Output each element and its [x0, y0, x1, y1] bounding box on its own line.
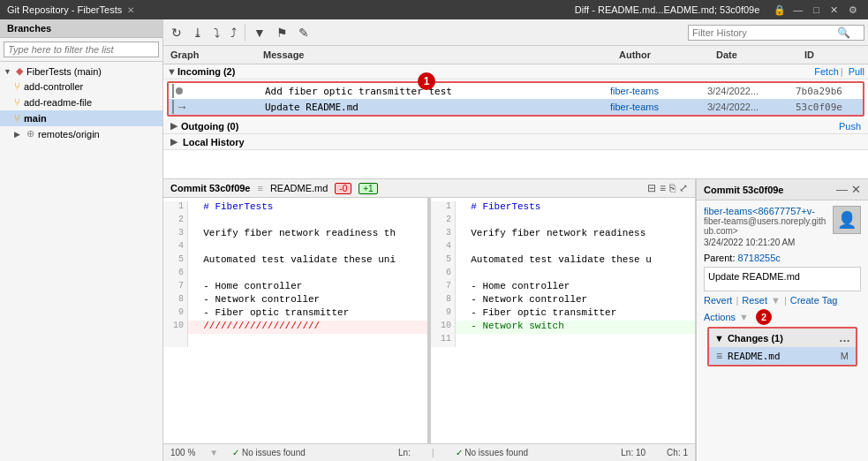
diff-toolbar: ⊟ ≡ ⎘ ⤢ — [647, 182, 688, 194]
commit-author-row: fiber-teams<86677757+v- fiber-teams@user… — [704, 206, 861, 247]
push-link[interactable]: Push — [839, 121, 861, 132]
fetch-link[interactable]: Fetch — [814, 66, 839, 77]
commit-author-name: fiber-teams<86677757+v- — [704, 206, 827, 216]
diff-content: 1 # FiberTests 2 3 Verify fiber network … — [163, 198, 695, 443]
refresh-button[interactable]: ↻ — [167, 23, 186, 42]
copy-button[interactable]: ⎘ — [669, 182, 676, 194]
tag-button[interactable]: ⚑ — [272, 23, 292, 42]
row-author: fiber-teams — [607, 102, 704, 112]
revert-link[interactable]: Revert — [704, 295, 732, 306]
row-date: 3/24/2022... — [704, 102, 792, 112]
diff-line: 1 # FiberTests — [431, 201, 695, 215]
changes-toggle-icon[interactable]: ▼ — [714, 333, 724, 344]
right-panel: ↻ ⤓ ⤵ ⤴ ▼ ⚑ ✎ 🔍 Graph Message Author Dat… — [163, 19, 868, 461]
actions-link[interactable]: Actions — [704, 312, 736, 322]
close-info-button[interactable]: ✕ — [851, 183, 861, 196]
row-message: Update README.md — [261, 102, 607, 113]
settings-icon[interactable]: ⚙ — [845, 4, 861, 16]
diff-header: Commit 53c0f09e ≡ README.md -0 +1 ⊟ ≡ ⎘ … — [163, 179, 695, 198]
changes-filename: README.md — [728, 351, 781, 362]
push-button[interactable]: ⤴ — [226, 23, 241, 42]
expand-diff-button[interactable]: ⤢ — [679, 182, 688, 194]
sidebar-item-add-controller[interactable]: ⑂ add-controller — [0, 79, 162, 94]
unified-button[interactable]: ≡ — [660, 182, 666, 194]
branch-icon: ⑂ — [14, 96, 20, 109]
sidebar: Branches ▼ ◆ FiberTests (main) ⑂ add-con… — [0, 19, 163, 461]
localhistory-section-header: ▶ Local History — [163, 134, 868, 150]
filter-button[interactable]: ▼ — [249, 23, 270, 42]
row-message: Add fiber optic transmitter test — [261, 86, 607, 97]
changes-label: Changes (1) — [728, 333, 839, 344]
row-graph: → — [169, 100, 261, 114]
commit-info-title: Commit 53c0f09e — [704, 185, 784, 195]
row-author: fiber-teams — [607, 86, 704, 96]
row-id: 7b0a29b6 — [792, 86, 863, 97]
row-graph — [169, 84, 261, 98]
diff-line: 9 - Fiber optic transmitter — [163, 307, 427, 321]
sidebar-item-fibertests[interactable]: ▼ ◆ FiberTests (main) — [0, 64, 162, 79]
outgoing-toggle[interactable]: ▶ — [170, 120, 181, 132]
commit-parent: Parent: 8718255c — [704, 253, 861, 263]
no-issues-left: ✓ No issues found — [232, 448, 306, 457]
diff-line: 1 # FiberTests — [163, 201, 427, 215]
restore-button[interactable]: □ — [810, 4, 823, 15]
changes-header: ▼ Changes (1) … — [709, 329, 856, 347]
create-tag-button[interactable]: Create Tag — [790, 295, 838, 306]
fetch-button[interactable]: ⤓ — [188, 23, 208, 42]
branch-filter-input[interactable] — [4, 42, 159, 57]
ln-num: Ln: 10 — [621, 448, 645, 457]
close-tab-icon[interactable]: ✕ — [127, 5, 134, 15]
minimize-info-button[interactable]: — — [836, 183, 848, 196]
edit-button[interactable]: ✎ — [294, 23, 313, 42]
avatar-icon: 👤 — [837, 210, 857, 230]
commit-label-diff: Commit 53c0f09e — [170, 183, 251, 193]
diff-line: 9 - Fiber optic transmitter — [431, 307, 695, 321]
commit-info-panel: Commit 53c0f09e — ✕ fiber-teams<86677757… — [696, 179, 868, 461]
status-bar: 100 % ▼ ✓ No issues found Ln: | ✓ No iss… — [163, 443, 695, 461]
actions-dropdown-icon[interactable]: ▼ — [739, 312, 749, 322]
expand-icon: ▶ — [14, 130, 23, 139]
parent-hash-link[interactable]: 8718255c — [738, 253, 781, 263]
pull-link[interactable]: Pull — [849, 66, 864, 77]
sidebar-item-remotes[interactable]: ▶ ⊕ remotes/origin — [0, 126, 162, 141]
history-row[interactable]: Add fiber optic transmitter test fiber-t… — [169, 83, 863, 99]
close-button[interactable]: ✕ — [826, 4, 842, 16]
title-bar: Git Repository - FiberTests ✕ Diff - REA… — [0, 0, 868, 19]
sidebar-item-add-readme[interactable]: ⑂ add-readme-file — [0, 94, 162, 110]
reset-link[interactable]: Reset — [742, 295, 767, 306]
actions-row: Actions ▼ 2 — [704, 309, 861, 325]
status-ok-icon: ✓ — [232, 448, 239, 457]
search-icon[interactable]: 🔍 — [837, 26, 850, 39]
diff-line-added: 10 - Network switch — [431, 321, 695, 334]
incoming-toggle[interactable]: ▼ — [167, 66, 177, 77]
incoming-label: Incoming (2) — [177, 66, 811, 77]
sidebar-item-main[interactable]: ⑂ main — [0, 110, 162, 126]
changes-menu-icon[interactable]: … — [839, 331, 850, 344]
diff-line: 8 - Network controller — [431, 294, 695, 307]
diff-badge-red: -0 — [335, 183, 351, 194]
pull-button[interactable]: ⤵ — [209, 23, 224, 42]
history-row[interactable]: → Update README.md fiber-teams 3/24/2022… — [169, 99, 863, 115]
column-headers: Graph Message Author Date ID — [163, 46, 868, 64]
toolbar: ↻ ⤓ ⤵ ⤴ ▼ ⚑ ✎ 🔍 — [163, 19, 868, 46]
diff-line: 5 Automated test validate these u — [431, 254, 695, 268]
incoming-section-header: ▼ Incoming (2) Fetch | Pull — [163, 64, 868, 79]
diff-line: 3 Verify fiber network readiness th — [163, 228, 427, 241]
commit-info-header: Commit 53c0f09e — ✕ — [697, 179, 868, 200]
commit-date: 3/24/2022 10:21:20 AM — [704, 238, 827, 247]
changes-item[interactable]: ≡ README.md M — [709, 347, 856, 365]
minimize-button[interactable]: — — [789, 4, 806, 15]
incoming-block: Add fiber optic transmitter test fiber-t… — [167, 81, 864, 117]
main-container: Branches ▼ ◆ FiberTests (main) ⑂ add-con… — [0, 19, 868, 461]
diff-line: 2 — [163, 215, 427, 228]
filter-history-input[interactable] — [692, 27, 834, 38]
col-header-graph: Graph — [163, 48, 256, 62]
remote-icon: ⊕ — [26, 128, 34, 140]
row-date: 3/24/2022... — [704, 86, 792, 96]
localhistory-toggle[interactable]: ▶ — [170, 136, 181, 147]
diff-title: Diff - README.md...EADME.md; 53c0f09e — [575, 4, 759, 15]
filter-history-box: 🔍 — [688, 25, 864, 41]
commit-actions: Revert | Reset ▼ | Create Tag — [704, 295, 861, 306]
sidebar-item-label: add-controller — [24, 81, 83, 92]
side-by-side-button[interactable]: ⊟ — [647, 182, 656, 194]
